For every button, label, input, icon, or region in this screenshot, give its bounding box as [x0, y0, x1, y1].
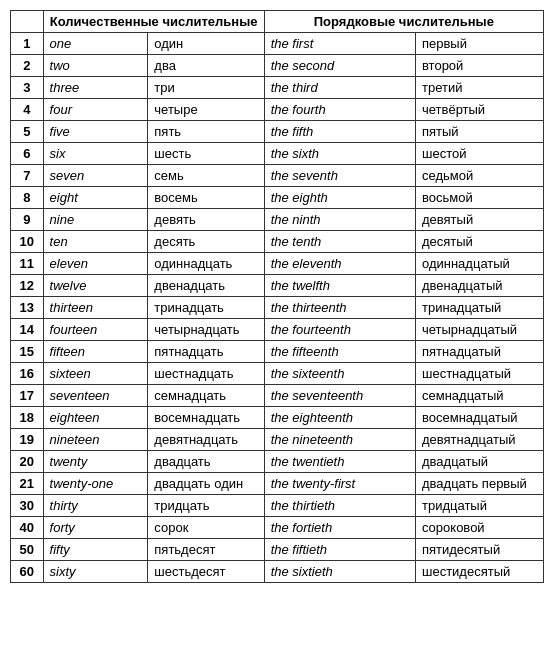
table-row: 15fifteenпятнадцатьthe fifteenthпятнадца… — [11, 341, 544, 363]
cell-number: 6 — [11, 143, 44, 165]
cell-ordinal-russian: одиннадцатый — [415, 253, 543, 275]
cell-russian: семь — [148, 165, 264, 187]
cell-ordinal-russian: двенадцатый — [415, 275, 543, 297]
cell-english: eight — [43, 187, 148, 209]
cell-ordinal-english: the fourth — [264, 99, 415, 121]
cell-number: 18 — [11, 407, 44, 429]
cell-ordinal-english: the fifteenth — [264, 341, 415, 363]
cell-ordinal-english: the fifth — [264, 121, 415, 143]
cell-russian: два — [148, 55, 264, 77]
table-row: 19nineteenдевятнадцатьthe nineteenthдевя… — [11, 429, 544, 451]
cell-ordinal-english: the twenty-first — [264, 473, 415, 495]
cell-english: thirty — [43, 495, 148, 517]
cell-english: sixteen — [43, 363, 148, 385]
cell-english: fourteen — [43, 319, 148, 341]
cell-ordinal-english: the first — [264, 33, 415, 55]
cell-ordinal-russian: пятнадцатый — [415, 341, 543, 363]
cell-english: two — [43, 55, 148, 77]
cell-english: seven — [43, 165, 148, 187]
table-row: 4fourчетыреthe fourthчетвёртый — [11, 99, 544, 121]
cell-ordinal-english: the fourteenth — [264, 319, 415, 341]
cell-ordinal-english: the tenth — [264, 231, 415, 253]
table-row: 60sixtyшестьдесятthe sixtiethшестидесяты… — [11, 561, 544, 583]
cell-english: eleven — [43, 253, 148, 275]
cell-russian: девятнадцать — [148, 429, 264, 451]
cell-ordinal-english: the ninth — [264, 209, 415, 231]
cell-number: 5 — [11, 121, 44, 143]
cell-russian: восемь — [148, 187, 264, 209]
cell-english: fifteen — [43, 341, 148, 363]
cell-russian: тринадцать — [148, 297, 264, 319]
cell-ordinal-russian: третий — [415, 77, 543, 99]
cell-number: 21 — [11, 473, 44, 495]
cell-ordinal-russian: восемнадцатый — [415, 407, 543, 429]
table-row: 14fourteenчетырнадцатьthe fourteenthчеты… — [11, 319, 544, 341]
cell-number: 4 — [11, 99, 44, 121]
cell-russian: десять — [148, 231, 264, 253]
cell-ordinal-russian: девятый — [415, 209, 543, 231]
cell-number: 19 — [11, 429, 44, 451]
table-row: 18eighteenвосемнадцатьthe eighteenthвосе… — [11, 407, 544, 429]
table-row: 21twenty-oneдвадцать одинthe twenty-firs… — [11, 473, 544, 495]
cell-ordinal-english: the eleventh — [264, 253, 415, 275]
header-number — [11, 11, 44, 33]
cell-ordinal-english: the sixteenth — [264, 363, 415, 385]
cell-russian: четырнадцать — [148, 319, 264, 341]
table-row: 50fiftyпятьдесятthe fiftiethпятидесятый — [11, 539, 544, 561]
cell-ordinal-russian: тринадцатый — [415, 297, 543, 319]
table-row: 12twelveдвенадцатьthe twelfthдвенадцатый — [11, 275, 544, 297]
cell-ordinal-english: the thirtieth — [264, 495, 415, 517]
cell-english: twenty — [43, 451, 148, 473]
cell-number: 20 — [11, 451, 44, 473]
table-row: 20twentyдвадцатьthe twentiethдвадцатый — [11, 451, 544, 473]
cell-english: sixty — [43, 561, 148, 583]
cell-ordinal-russian: сороковой — [415, 517, 543, 539]
cell-english: eighteen — [43, 407, 148, 429]
cell-ordinal-russian: седьмой — [415, 165, 543, 187]
table-row: 5fiveпятьthe fifthпятый — [11, 121, 544, 143]
cell-russian: одиннадцать — [148, 253, 264, 275]
cell-number: 11 — [11, 253, 44, 275]
table-row: 10tenдесятьthe tenthдесятый — [11, 231, 544, 253]
cell-russian: шесть — [148, 143, 264, 165]
table-row: 8eightвосемьthe eighthвосьмой — [11, 187, 544, 209]
cell-english: one — [43, 33, 148, 55]
cell-ordinal-english: the seventh — [264, 165, 415, 187]
table-row: 40fortyсорокthe fortiethсороковой — [11, 517, 544, 539]
cell-number: 8 — [11, 187, 44, 209]
cell-russian: двадцать один — [148, 473, 264, 495]
cell-english: nineteen — [43, 429, 148, 451]
table-row: 2twoдваthe secondвторой — [11, 55, 544, 77]
cell-number: 50 — [11, 539, 44, 561]
cell-number: 60 — [11, 561, 44, 583]
cell-ordinal-russian: девятнадцатый — [415, 429, 543, 451]
cell-english: twelve — [43, 275, 148, 297]
cell-number: 16 — [11, 363, 44, 385]
cell-ordinal-english: the eighth — [264, 187, 415, 209]
header-quantitative: Количественные числительные — [43, 11, 264, 33]
cell-russian: восемнадцать — [148, 407, 264, 429]
cell-english: forty — [43, 517, 148, 539]
cell-russian: пять — [148, 121, 264, 143]
cell-russian: пятьдесят — [148, 539, 264, 561]
cell-russian: четыре — [148, 99, 264, 121]
cell-ordinal-russian: пятый — [415, 121, 543, 143]
table-row: 9nineдевятьthe ninthдевятый — [11, 209, 544, 231]
numerals-table: Количественные числительные Порядковые ч… — [10, 10, 544, 583]
cell-ordinal-english: the nineteenth — [264, 429, 415, 451]
table-row: 17seventeenсемнадцатьthe seventeenthсемн… — [11, 385, 544, 407]
cell-ordinal-russian: пятидесятый — [415, 539, 543, 561]
cell-number: 7 — [11, 165, 44, 187]
cell-number: 17 — [11, 385, 44, 407]
cell-ordinal-russian: восьмой — [415, 187, 543, 209]
cell-ordinal-english: the twelfth — [264, 275, 415, 297]
cell-ordinal-russian: десятый — [415, 231, 543, 253]
header-ordinal: Порядковые числительные — [264, 11, 543, 33]
cell-number: 1 — [11, 33, 44, 55]
cell-english: fifty — [43, 539, 148, 561]
cell-ordinal-russian: шестидесятый — [415, 561, 543, 583]
cell-ordinal-english: the sixtieth — [264, 561, 415, 583]
table-row: 6sixшестьthe sixthшестой — [11, 143, 544, 165]
table-row: 11elevenодиннадцатьthe eleventhодиннадца… — [11, 253, 544, 275]
cell-russian: три — [148, 77, 264, 99]
